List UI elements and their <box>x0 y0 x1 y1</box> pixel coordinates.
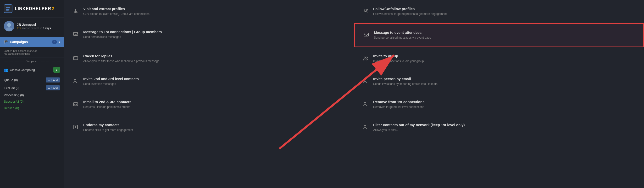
processing-row: Processing (0) <box>0 92 64 98</box>
grid-item-endorse[interactable]: Endorse my contacts Endorse skills to ge… <box>64 116 354 139</box>
filter-contacts-icon <box>362 123 369 131</box>
grid-item-invite-group[interactable]: Invite to group Invite 1st connections t… <box>354 47 644 70</box>
svg-point-12 <box>364 57 366 58</box>
add-icon2: ☰+ <box>48 86 52 89</box>
svg-rect-0 <box>6 7 8 8</box>
exclude-row: Exclude (0) ☰+ Add <box>0 84 64 92</box>
campaigns-nav[interactable]: 🏴 Campaigns 2 › <box>0 37 64 47</box>
svg-point-13 <box>366 57 368 58</box>
exclude-add-button[interactable]: ☰+ Add <box>46 85 60 90</box>
visit-extract-title: Visit and extract profiles <box>83 7 346 11</box>
replied-row: Replied (0) <box>0 105 64 111</box>
invite-2nd-desc: Send invitation messages <box>83 82 346 86</box>
invite-email-icon <box>362 77 369 85</box>
grid-item-inmail[interactable]: Inmail to 2nd & 3rd contacts Requires Li… <box>64 93 354 116</box>
campaigns-count: 2 <box>52 40 57 44</box>
svg-rect-4 <box>10 9 10 10</box>
check-replies-icon <box>72 54 80 62</box>
grid-item-remove-connections[interactable]: Remove from 1st connections Removes targ… <box>354 93 644 116</box>
sidebar-stats: Last 24 hrs' actions 0 of 200 No campaig… <box>0 47 64 58</box>
avatar <box>4 21 14 31</box>
inmail-title: Inmail to 2nd & 3rd contacts <box>83 100 346 104</box>
svg-point-19 <box>364 125 366 127</box>
exclude-label: Exclude (0) <box>4 86 44 90</box>
inmail-icon <box>72 100 80 108</box>
message-event-title: Message to event attendees <box>374 30 636 35</box>
play-button[interactable]: ▶ <box>53 67 60 73</box>
message-1st-icon <box>72 30 80 38</box>
replied-label: Replied (0) <box>4 106 60 110</box>
completed-label: Completed <box>26 60 38 63</box>
endorse-content: Endorse my contacts Endorse skills to ge… <box>83 123 346 132</box>
invite-2nd-title: Invite 2nd and 3rd level contacts <box>83 77 346 81</box>
main-content: Visit and extract profiles CSV file for … <box>64 0 644 188</box>
logo-area: LINKEDHELPER 2 <box>0 0 64 18</box>
successful-row: Successful (0) <box>0 98 64 105</box>
follow-title: Follow/Unfollow profiles <box>373 7 636 11</box>
successful-label: Successful (0) <box>4 100 60 103</box>
invite-2nd-icon <box>72 77 80 85</box>
message-1st-desc: Send personalised messages <box>83 35 346 39</box>
follow-content: Follow/Unfollow profiles Follow/Unfollow… <box>373 7 636 16</box>
queue-row: Queue (0) ☰+ Add <box>0 76 64 84</box>
completed-section: Completed <box>0 58 64 64</box>
message-event-content: Message to event attendees Send personal… <box>374 30 636 40</box>
add-icon: ☰+ <box>48 78 52 81</box>
grid-item-invite-2nd-3rd[interactable]: Invite 2nd and 3rd level contacts Send i… <box>64 70 354 93</box>
svg-point-6 <box>7 23 11 27</box>
endorse-desc: Endorse skills to get more engagement <box>83 128 346 132</box>
remove-connections-content: Remove from 1st connections Removes targ… <box>373 100 636 109</box>
inmail-desc: Requires LinkedIn paid inmail credits <box>83 105 346 109</box>
filter-contacts-content: Filter contacts out of my network (keep … <box>373 123 636 132</box>
invite-email-title: Invite person by email <box>373 77 636 81</box>
download-icon <box>72 7 80 15</box>
svg-point-8 <box>364 9 366 11</box>
grid-item-filter-contacts[interactable]: Filter contacts out of my network (keep … <box>354 116 644 139</box>
message-1st-title: Message to 1st connections | Group membe… <box>83 30 346 34</box>
campaigns-arrow-icon: › <box>59 40 60 44</box>
grid-item-message-1st[interactable]: Message to 1st connections | Group membe… <box>64 23 354 47</box>
filter-contacts-title: Filter contacts out of my network (keep … <box>373 123 636 127</box>
campaign-name: Classic Campaing <box>10 68 52 72</box>
user-license: Pro license expires in 3 days <box>17 27 51 30</box>
campaign-lists: Queue (0) ☰+ Add Exclude (0) ☰+ Add Proc… <box>0 75 64 112</box>
invite-group-desc: Invite 1st connections to join your grou… <box>373 59 636 63</box>
visit-extract-content: Visit and extract profiles CSV file for … <box>83 7 346 16</box>
campaigns-flag-icon: 🏴 <box>4 40 8 44</box>
grid-item-message-event[interactable]: Message to event attendees Send personal… <box>354 23 644 47</box>
user-name: JB Jezequel <box>17 23 51 27</box>
grid-item-invite-email[interactable]: Invite person by email Sends invitations… <box>354 70 644 93</box>
remove-connections-desc: Removes targeted 1st level connections <box>373 105 636 109</box>
logo-superscript: 2 <box>52 6 54 11</box>
grid-item-check-replies[interactable]: Check for replies Allows you to filter t… <box>64 47 354 70</box>
invite-email-content: Invite person by email Sends invitations… <box>373 77 636 86</box>
user-profile[interactable]: JB Jezequel Pro license expires in 3 day… <box>0 18 64 35</box>
campaigns-label: Campaigns <box>10 40 52 44</box>
svg-point-17 <box>364 102 366 104</box>
queue-label: Queue (0) <box>4 78 44 82</box>
follow-desc: Follow/Unfollow targeted profiles to get… <box>373 12 636 16</box>
logo-icon <box>4 4 12 13</box>
remove-connections-title: Remove from 1st connections <box>373 100 636 104</box>
check-replies-desc: Allows you to filter those who replied t… <box>83 59 346 63</box>
campaign-item[interactable]: 👥 Classic Campaing ▶ <box>0 64 64 75</box>
grid-item-follow-unfollow[interactable]: Follow/Unfollow profiles Follow/Unfollow… <box>354 0 644 23</box>
main-wrapper: Visit and extract profiles CSV file for … <box>64 0 644 188</box>
filter-contacts-desc: Allows you to filter... <box>373 128 636 132</box>
message-1st-content: Message to 1st connections | Group membe… <box>83 30 346 39</box>
features-grid: Visit and extract profiles CSV file for … <box>64 0 644 139</box>
invite-2nd-content: Invite 2nd and 3rd level contacts Send i… <box>83 77 346 86</box>
grid-item-visit-extract[interactable]: Visit and extract profiles CSV file for … <box>64 0 354 23</box>
inmail-content: Inmail to 2nd & 3rd contacts Requires Li… <box>83 100 346 109</box>
invite-email-desc: Sends invitations by importing emails in… <box>373 82 636 86</box>
stats-line2: No campaigns running <box>4 52 60 55</box>
logo-text: LINKEDHELPER <box>15 6 51 11</box>
queue-add-button[interactable]: ☰+ Add <box>46 77 60 82</box>
follow-icon <box>362 7 369 15</box>
endorse-icon <box>72 123 80 131</box>
svg-point-14 <box>74 79 76 81</box>
endorse-title: Endorse my contacts <box>83 123 346 127</box>
stats-line1: Last 24 hrs' actions 0 of 200 <box>4 49 60 52</box>
invite-group-title: Invite to group <box>373 54 636 58</box>
campaign-users-icon: 👥 <box>4 68 8 72</box>
